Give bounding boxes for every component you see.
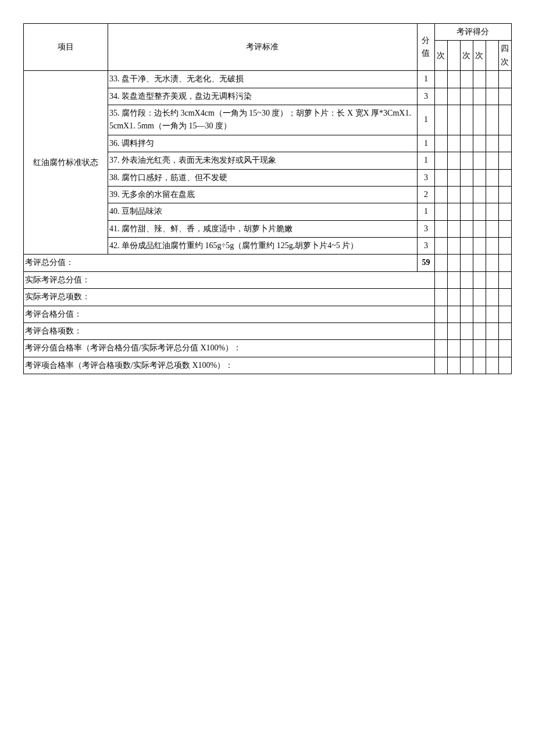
score-cell[interactable] <box>460 306 473 323</box>
score-cell[interactable] <box>498 357 511 374</box>
score-cell[interactable] <box>498 105 511 135</box>
score-cell[interactable] <box>460 71 473 88</box>
score-cell[interactable] <box>473 306 486 323</box>
score-cell[interactable] <box>460 105 473 135</box>
score-cell[interactable] <box>498 220 511 237</box>
score-cell[interactable] <box>434 186 447 203</box>
score-cell[interactable] <box>447 88 460 105</box>
score-cell[interactable] <box>473 271 486 288</box>
score-cell[interactable] <box>498 88 511 105</box>
score-cell[interactable] <box>434 255 447 271</box>
score-cell[interactable] <box>447 323 460 340</box>
score-cell[interactable] <box>498 186 511 203</box>
score-cell[interactable] <box>498 152 511 169</box>
score-cell[interactable] <box>434 203 447 220</box>
score-cell[interactable] <box>447 71 460 88</box>
score-cell[interactable] <box>486 88 498 105</box>
score-cell[interactable] <box>447 271 460 288</box>
score-cell[interactable] <box>434 135 447 152</box>
score-cell[interactable] <box>486 238 498 255</box>
score-cell[interactable] <box>486 135 498 152</box>
score-cell[interactable] <box>434 306 447 323</box>
score-cell[interactable] <box>486 105 498 135</box>
score-cell[interactable] <box>447 340 460 357</box>
score-cell[interactable] <box>473 238 486 255</box>
score-cell[interactable] <box>473 135 486 152</box>
score-cell[interactable] <box>486 169 498 186</box>
score-cell[interactable] <box>434 238 447 255</box>
score-cell[interactable] <box>473 255 486 271</box>
score-cell[interactable] <box>460 271 473 288</box>
score-cell[interactable] <box>460 289 473 306</box>
score-cell[interactable] <box>447 105 460 135</box>
score-cell[interactable] <box>434 357 447 374</box>
score-cell[interactable] <box>434 271 447 288</box>
score-cell[interactable] <box>486 271 498 288</box>
score-cell[interactable] <box>434 71 447 88</box>
score-cell[interactable] <box>473 186 486 203</box>
score-cell[interactable] <box>498 323 511 340</box>
score-cell[interactable] <box>460 255 473 271</box>
score-cell[interactable] <box>473 220 486 237</box>
score-cell[interactable] <box>473 340 486 357</box>
score-cell[interactable] <box>473 289 486 306</box>
score-cell[interactable] <box>447 306 460 323</box>
score-cell[interactable] <box>447 238 460 255</box>
score-cell[interactable] <box>486 255 498 271</box>
score-cell[interactable] <box>460 203 473 220</box>
score-cell[interactable] <box>498 289 511 306</box>
score-cell[interactable] <box>434 105 447 135</box>
score-cell[interactable] <box>486 323 498 340</box>
score-cell[interactable] <box>447 169 460 186</box>
score-cell[interactable] <box>447 357 460 374</box>
score-cell[interactable] <box>486 340 498 357</box>
score-cell[interactable] <box>434 88 447 105</box>
score-cell[interactable] <box>447 135 460 152</box>
score-cell[interactable] <box>460 152 473 169</box>
score-cell[interactable] <box>460 88 473 105</box>
score-cell[interactable] <box>447 220 460 237</box>
score-cell[interactable] <box>498 306 511 323</box>
score-cell[interactable] <box>473 105 486 135</box>
score-cell[interactable] <box>447 152 460 169</box>
score-cell[interactable] <box>498 340 511 357</box>
score-cell[interactable] <box>473 152 486 169</box>
score-cell[interactable] <box>473 169 486 186</box>
score-cell[interactable] <box>460 169 473 186</box>
score-cell[interactable] <box>434 289 447 306</box>
score-cell[interactable] <box>498 203 511 220</box>
score-cell[interactable] <box>434 152 447 169</box>
score-cell[interactable] <box>434 340 447 357</box>
score-cell[interactable] <box>486 357 498 374</box>
score-cell[interactable] <box>434 220 447 237</box>
score-cell[interactable] <box>447 289 460 306</box>
score-cell[interactable] <box>498 255 511 271</box>
score-cell[interactable] <box>486 71 498 88</box>
score-cell[interactable] <box>498 271 511 288</box>
score-cell[interactable] <box>486 289 498 306</box>
score-cell[interactable] <box>434 323 447 340</box>
score-cell[interactable] <box>447 255 460 271</box>
score-cell[interactable] <box>486 220 498 237</box>
score-cell[interactable] <box>460 340 473 357</box>
score-cell[interactable] <box>460 220 473 237</box>
score-cell[interactable] <box>460 135 473 152</box>
score-cell[interactable] <box>473 71 486 88</box>
score-cell[interactable] <box>498 71 511 88</box>
score-cell[interactable] <box>460 357 473 374</box>
score-cell[interactable] <box>498 169 511 186</box>
score-cell[interactable] <box>473 88 486 105</box>
score-cell[interactable] <box>460 238 473 255</box>
score-cell[interactable] <box>460 186 473 203</box>
score-cell[interactable] <box>486 152 498 169</box>
score-cell[interactable] <box>498 135 511 152</box>
score-cell[interactable] <box>473 357 486 374</box>
score-cell[interactable] <box>447 186 460 203</box>
score-cell[interactable] <box>460 323 473 340</box>
score-cell[interactable] <box>486 203 498 220</box>
score-cell[interactable] <box>486 306 498 323</box>
score-cell[interactable] <box>447 203 460 220</box>
score-cell[interactable] <box>486 186 498 203</box>
score-cell[interactable] <box>473 203 486 220</box>
score-cell[interactable] <box>473 323 486 340</box>
